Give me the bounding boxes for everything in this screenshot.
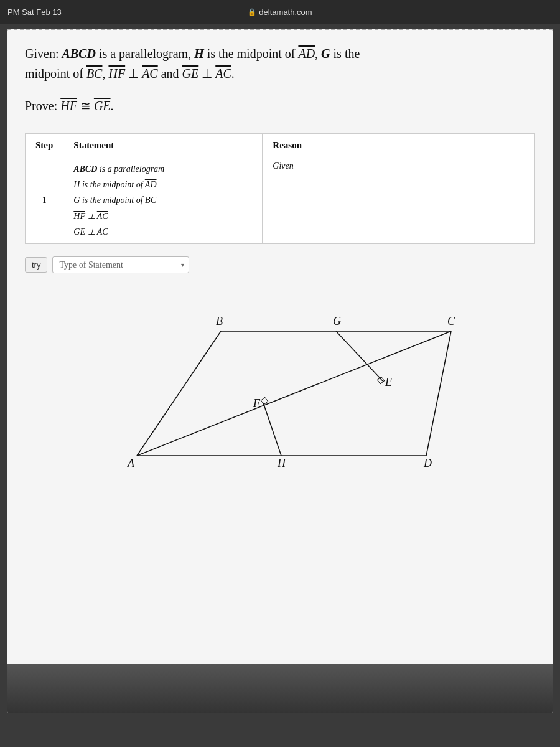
table-row: 1 ABCD is a parallelogram H is the midpo… <box>26 157 535 244</box>
step-number: 1 <box>26 157 63 244</box>
reason-cell: Given <box>263 157 535 244</box>
try-button[interactable]: try <box>25 257 47 273</box>
given-text5: midpoint of <box>25 67 86 80</box>
given-H: H <box>194 47 204 60</box>
given-AD: AD <box>298 47 315 60</box>
label-H: H <box>277 457 286 469</box>
proof-table: Step Statement Reason 1 ABCD is a parall… <box>25 133 535 244</box>
given-text2: is the midpoint of <box>204 47 299 60</box>
given-text6: , <box>102 67 108 80</box>
statement-lines: ABCD is a parallelogram H is the midpoin… <box>73 161 252 240</box>
statement-line-4: HF ⊥ AC <box>73 209 252 224</box>
given-period: . <box>231 67 235 80</box>
type-of-statement-dropdown[interactable]: Type of Statement <box>52 256 189 273</box>
label-E: E <box>385 376 392 388</box>
svg-rect-8 <box>377 377 384 383</box>
url-bar: 🔒 deltamath.com <box>248 7 312 17</box>
prove-statement: Prove: HF ≅ GE. <box>25 96 535 116</box>
given-text7: and <box>158 67 182 80</box>
given-prefix: Given: <box>25 47 62 60</box>
dropdown-wrapper: Type of Statement ▾ <box>52 256 189 273</box>
prove-period: . <box>111 99 114 113</box>
label-G: G <box>333 315 341 327</box>
given-G: G <box>321 47 330 60</box>
statement-line-5: GE ⊥ AC <box>73 224 252 240</box>
col-header-statement: Statement <box>63 134 263 157</box>
label-B: B <box>216 315 223 327</box>
try-row: try Type of Statement ▾ <box>25 256 535 273</box>
col-header-step: Step <box>26 134 63 157</box>
given-text1: is a parallelogram, <box>96 47 194 60</box>
col-header-reason: Reason <box>263 134 535 157</box>
given-perp1: ⊥ <box>125 67 142 80</box>
svg-line-6 <box>336 331 383 381</box>
svg-line-3 <box>426 331 451 456</box>
given-BC: BC <box>86 67 103 80</box>
label-C: C <box>447 315 455 327</box>
geometry-diagram: A B C D H F G E <box>78 291 482 490</box>
given-perp2: ⊥ <box>198 67 215 80</box>
statement-line-1: ABCD is a parallelogram <box>73 161 252 177</box>
diagram-container: A B C D H F G E <box>25 291 535 490</box>
statement-line-3: G is the midpoint of BC <box>73 192 252 208</box>
lock-icon: 🔒 <box>248 8 256 16</box>
svg-line-1 <box>137 331 221 456</box>
prove-HF: HF <box>60 99 77 113</box>
svg-line-0 <box>137 331 451 456</box>
statement-line-2: H is the midpoint of AD <box>73 177 252 192</box>
label-D: D <box>423 457 432 469</box>
browser-content: Given: ABCD is a parallelogram, H is the… <box>7 29 553 713</box>
label-A: A <box>127 457 135 469</box>
top-bar: PM Sat Feb 13 🔒 deltamath.com <box>0 0 560 24</box>
time-display: PM Sat Feb 13 <box>7 7 62 17</box>
given-HF: HF <box>108 67 125 80</box>
prove-congruent: ≅ <box>77 99 94 113</box>
bottom-chrome <box>7 664 553 713</box>
given-GE: GE <box>182 67 199 80</box>
svg-rect-7 <box>261 397 268 404</box>
prove-prefix: Prove: <box>25 99 60 113</box>
statement-cell: ABCD is a parallelogram H is the midpoin… <box>63 157 263 244</box>
given-statement: Given: ABCD is a parallelogram, H is the… <box>25 44 535 83</box>
given-AC2: AC <box>215 67 231 80</box>
label-F: F <box>253 397 261 410</box>
given-AC1: AC <box>142 67 158 80</box>
given-text4: is the <box>330 47 360 60</box>
url-text: deltamath.com <box>259 7 312 17</box>
given-text3: , <box>315 47 321 60</box>
given-abcd: ABCD <box>62 47 95 60</box>
svg-line-5 <box>263 403 281 456</box>
prove-GE: GE <box>94 99 111 113</box>
